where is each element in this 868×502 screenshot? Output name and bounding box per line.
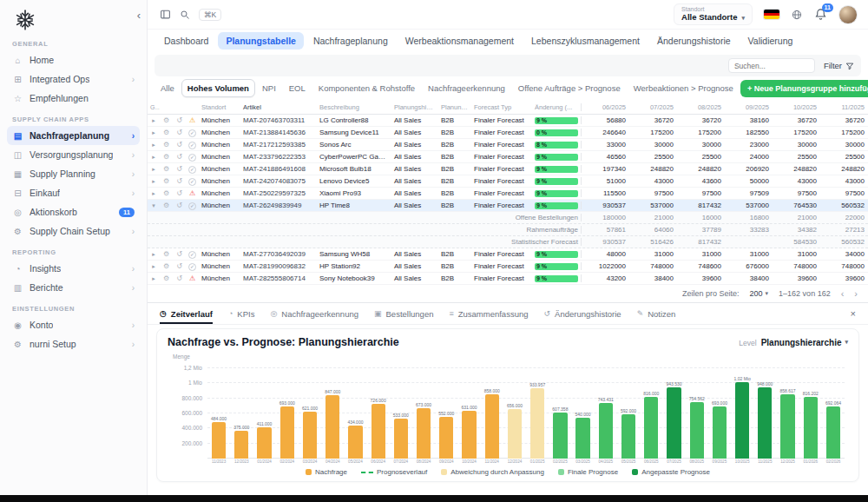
table-subrow[interactable]: Offene Bestellungen180000210001600016800… bbox=[148, 212, 868, 224]
cell-month-value[interactable]: 43000 bbox=[628, 177, 676, 185]
cell-month-value[interactable]: 50000 bbox=[724, 177, 772, 185]
cell-month-value[interactable]: 206920 bbox=[724, 165, 772, 173]
cell-month-value[interactable]: 24000 bbox=[724, 153, 772, 161]
expand-row-icon[interactable]: ▸ bbox=[148, 251, 160, 258]
cell-month-value[interactable]: 97500 bbox=[772, 189, 819, 197]
sidebar-item-insights[interactable]: ◔Insights› bbox=[7, 259, 140, 278]
expand-row-icon[interactable]: ▸ bbox=[148, 190, 160, 197]
cell-month-value[interactable]: 748000 bbox=[819, 262, 867, 270]
cell-month-value[interactable]: 30000 bbox=[676, 141, 724, 149]
panel-tab-zeitverlauf[interactable]: ◷Zeitverlauf bbox=[160, 303, 213, 324]
cell-month-value[interactable]: 33283 bbox=[724, 226, 772, 234]
cell-month-value[interactable]: 175200 bbox=[819, 129, 867, 136]
close-panel-button[interactable]: × bbox=[851, 308, 856, 319]
cell-month-value[interactable]: 175200 bbox=[772, 129, 819, 136]
cell-month-value[interactable]: 33000 bbox=[581, 141, 628, 149]
sidebar-item-versorgungsplanung[interactable]: ◫Versorgungsplanung› bbox=[7, 145, 140, 164]
cell-month-value[interactable]: 930537 bbox=[581, 238, 628, 246]
cell-month-value[interactable]: 22000 bbox=[819, 214, 867, 221]
tab-dashboard[interactable]: Dashboard bbox=[156, 32, 216, 50]
tab-nderungshistorie[interactable]: Änderungshistorie bbox=[649, 32, 739, 50]
tab-lebenszyklusmanagement[interactable]: Lebenszyklusmanagement bbox=[523, 32, 648, 50]
sidebar-item-konto[interactable]: ◉Konto› bbox=[7, 315, 140, 334]
cell-month-value[interactable]: 39600 bbox=[819, 274, 867, 282]
globe-icon[interactable] bbox=[791, 9, 803, 21]
cell-month-value[interactable]: 25500 bbox=[676, 153, 724, 161]
row-history-icon[interactable]: ↺ bbox=[173, 262, 186, 270]
cell-month-value[interactable]: 115500 bbox=[581, 189, 628, 197]
sidebar-item-supply-chain-setup[interactable]: ⚙Supply Chain Setup› bbox=[7, 221, 140, 241]
expand-row-icon[interactable]: ▸ bbox=[148, 178, 160, 185]
table-row[interactable]: ▸⚙↺✓MünchenMAT-242074083075Lenovo Device… bbox=[148, 175, 868, 188]
rows-per-page-select[interactable]: 200▾ bbox=[750, 289, 769, 298]
cell-month-value[interactable]: 64060 bbox=[628, 226, 676, 234]
cell-month-value[interactable]: 46560 bbox=[581, 153, 628, 161]
row-history-icon[interactable]: ↺ bbox=[173, 116, 186, 124]
cell-month-value[interactable]: 584530 bbox=[772, 238, 819, 246]
location-selector[interactable]: Standort Alle Standorte ▾ bbox=[674, 3, 753, 25]
table-row[interactable]: ▸⚙↺⚠MünchenMAT-207463703311LG Controller… bbox=[148, 115, 868, 127]
cell-month-value[interactable]: 21000 bbox=[628, 214, 676, 221]
sidebar-item-home[interactable]: ⌂Home bbox=[7, 50, 140, 69]
cell-month-value[interactable]: 560532 bbox=[819, 201, 867, 209]
panel-tab-nderungshistorie[interactable]: ↺Änderungshistorie bbox=[544, 303, 621, 324]
cell-month-value[interactable]: 676000 bbox=[724, 262, 772, 270]
cell-month-value[interactable]: 48000 bbox=[581, 250, 628, 258]
expand-row-icon[interactable]: ▸ bbox=[148, 129, 160, 136]
cell-month-value[interactable]: 16800 bbox=[724, 214, 772, 221]
sidebar-collapse-button[interactable]: ‹ bbox=[131, 7, 147, 23]
cell-month-value[interactable]: 43200 bbox=[581, 274, 628, 282]
cell-month-value[interactable]: 97500 bbox=[819, 189, 867, 197]
filter-button[interactable]: Filter bbox=[824, 61, 854, 70]
panel-tab-kpis[interactable]: ◔KPIs bbox=[228, 303, 255, 324]
cell-month-value[interactable]: 31000 bbox=[772, 250, 819, 258]
cell-month-value[interactable]: 930537 bbox=[581, 201, 628, 209]
cell-month-value[interactable]: 537000 bbox=[628, 201, 676, 209]
row-settings-icon[interactable]: ⚙ bbox=[160, 165, 173, 173]
cell-month-value[interactable]: 36720 bbox=[772, 116, 819, 124]
row-history-icon[interactable]: ↺ bbox=[173, 165, 186, 173]
tab-validierung[interactable]: Validierung bbox=[740, 32, 801, 50]
table-row[interactable]: ▸⚙↺⚠MünchenMAT-282555806714Sony Notebook… bbox=[148, 273, 868, 285]
row-settings-icon[interactable]: ⚙ bbox=[160, 189, 173, 197]
cell-month-value[interactable]: 97509 bbox=[724, 189, 772, 197]
cell-month-value[interactable]: 25500 bbox=[819, 153, 867, 161]
table-row[interactable]: ▸⚙↺✓MünchenMAT-213884145636Samsung Devic… bbox=[148, 127, 868, 139]
table-row[interactable]: ▸⚙↺✓MünchenMAT-241886491608Microsoft Bul… bbox=[148, 163, 868, 175]
cell-month-value[interactable]: 516426 bbox=[628, 238, 676, 246]
cell-month-value[interactable]: 43000 bbox=[819, 177, 867, 185]
expand-row-icon[interactable]: ▸ bbox=[148, 117, 160, 124]
cell-month-value[interactable]: 764530 bbox=[772, 201, 819, 209]
cell-month-value[interactable]: 51000 bbox=[581, 177, 628, 185]
row-settings-icon[interactable]: ⚙ bbox=[160, 177, 173, 185]
cell-month-value[interactable]: 30000 bbox=[819, 141, 867, 149]
next-page-button[interactable]: › bbox=[854, 288, 858, 299]
cell-month-value[interactable]: 34382 bbox=[772, 226, 819, 234]
row-settings-icon[interactable]: ⚙ bbox=[160, 116, 173, 124]
row-history-icon[interactable]: ↺ bbox=[173, 189, 186, 197]
panel-tab-notizen[interactable]: ✎Notizen bbox=[637, 303, 676, 324]
segment-tab-werbeaktionen-prognose[interactable]: Werbeaktionen > Prognose bbox=[628, 79, 740, 97]
cell-month-value[interactable]: 31000 bbox=[724, 250, 772, 258]
sidebar-item-supply-planning[interactable]: ▦Supply Planning› bbox=[7, 164, 140, 183]
user-avatar[interactable] bbox=[838, 5, 858, 24]
cell-month-value[interactable]: 817432 bbox=[676, 201, 724, 209]
cell-month-value[interactable]: 16000 bbox=[676, 214, 724, 221]
table-subrow[interactable]: Statistischer Forecast930537516426817432… bbox=[148, 236, 868, 248]
row-settings-icon[interactable]: ⚙ bbox=[160, 274, 173, 282]
expand-row-icon[interactable]: ▸ bbox=[148, 142, 160, 149]
row-settings-icon[interactable]: ⚙ bbox=[160, 153, 173, 161]
cell-month-value[interactable]: 31000 bbox=[628, 250, 676, 258]
table-row[interactable]: ▸⚙↺⚠MünchenMAT-250229597325Xiaomi Pro93A… bbox=[148, 188, 868, 200]
cell-month-value[interactable]: 97500 bbox=[628, 189, 676, 197]
cell-month-value[interactable]: 180000 bbox=[581, 214, 628, 221]
table-row[interactable]: ▾⚙↺✓MünchenMAT-26249839949HP Time8All Sa… bbox=[148, 200, 868, 212]
cell-month-value[interactable]: 56880 bbox=[581, 116, 628, 124]
row-settings-icon[interactable]: ⚙ bbox=[160, 262, 173, 270]
cell-month-value[interactable]: 248820 bbox=[628, 165, 676, 173]
cell-month-value[interactable]: 537000 bbox=[724, 201, 772, 209]
table-row[interactable]: ▸⚙↺✓MünchenMAT-217212593385Sonos ArcAll … bbox=[148, 139, 868, 151]
cell-month-value[interactable]: 30000 bbox=[772, 141, 819, 149]
cell-month-value[interactable]: 21000 bbox=[772, 214, 819, 221]
sidebar-item-integrated-ops[interactable]: ⊞Integrated Ops› bbox=[7, 69, 140, 89]
